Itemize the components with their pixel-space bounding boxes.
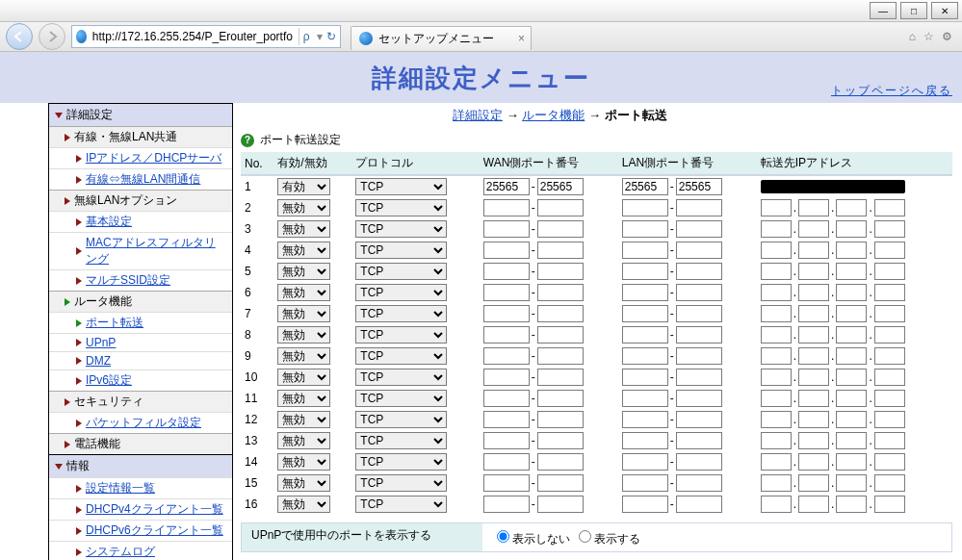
lan-port-to[interactable] [676, 242, 722, 259]
wan-port-from[interactable] [483, 263, 530, 280]
dropdown-icon[interactable]: ▾ [317, 30, 323, 43]
protocol-select[interactable]: TCP [355, 220, 447, 238]
nav-group-phone[interactable]: 電話機能 [49, 433, 232, 454]
search-icon[interactable]: ρ [299, 28, 313, 45]
ip-octet[interactable] [874, 390, 905, 407]
wan-port-from[interactable] [483, 326, 530, 344]
nav-group-wlan[interactable]: 無線LANオプション [49, 190, 232, 211]
ip-octet[interactable] [761, 199, 792, 216]
ip-octet[interactable] [874, 326, 905, 344]
wan-port-to[interactable] [537, 496, 584, 513]
ip-octet[interactable] [761, 369, 792, 386]
ip-octet[interactable] [761, 326, 792, 344]
ip-octet[interactable] [798, 263, 829, 280]
url-box[interactable]: ρ ▾ ↻ [71, 25, 341, 48]
lan-port-to[interactable] [676, 432, 722, 449]
ip-octet[interactable] [836, 390, 867, 407]
nav-item-settings-list[interactable]: 設定情報一覧 [49, 477, 232, 498]
enable-select[interactable]: 無効 [277, 453, 330, 471]
enable-select[interactable]: 無効 [277, 305, 330, 322]
ip-octet[interactable] [836, 347, 867, 365]
wan-port-to[interactable] [537, 178, 584, 195]
ip-octet[interactable] [761, 263, 792, 280]
nav-item-mac-filter[interactable]: MACアドレスフィルタリング [49, 232, 232, 269]
lan-port-from[interactable] [622, 496, 668, 513]
lan-port-from[interactable] [622, 305, 668, 322]
nav-item-ip-dhcp[interactable]: IPアドレス／DHCPサーバ [49, 147, 232, 168]
nav-item-ipv6[interactable]: IPv6設定 [49, 369, 232, 391]
wan-port-to[interactable] [537, 369, 584, 386]
ip-octet[interactable] [836, 284, 867, 301]
protocol-select[interactable]: TCP [355, 432, 447, 449]
ip-octet[interactable] [761, 284, 792, 301]
top-page-link[interactable]: トップページへ戻る [831, 83, 952, 99]
ip-octet[interactable] [761, 411, 792, 428]
wan-port-to[interactable] [537, 284, 584, 301]
ip-octet[interactable] [836, 242, 867, 259]
ip-octet[interactable] [836, 220, 867, 238]
ip-octet[interactable] [798, 474, 829, 492]
nav-group-router[interactable]: ルータ機能 [49, 291, 232, 312]
ip-octet[interactable] [836, 369, 867, 386]
ip-octet[interactable] [874, 199, 905, 216]
protocol-select[interactable]: TCP [355, 305, 447, 322]
nav-root[interactable]: 詳細設定 [49, 104, 232, 126]
window-minimize-button[interactable]: — [870, 2, 897, 19]
wan-port-to[interactable] [537, 432, 584, 449]
ip-octet[interactable] [836, 305, 867, 322]
ip-octet[interactable] [798, 242, 829, 259]
nav-item-upnp[interactable]: UPnP [49, 333, 232, 351]
nav-item-packet-filter[interactable]: パケットフィルタ設定 [49, 412, 232, 433]
lan-port-to[interactable] [676, 496, 722, 513]
wan-port-from[interactable] [483, 411, 530, 428]
ip-octet[interactable] [761, 347, 792, 365]
enable-select[interactable]: 無効 [277, 326, 330, 344]
nav-item-basic[interactable]: 基本設定 [49, 211, 232, 232]
ip-octet[interactable] [874, 305, 905, 322]
wan-port-from[interactable] [483, 242, 530, 259]
protocol-select[interactable]: TCP [355, 474, 447, 492]
lan-port-to[interactable] [676, 305, 722, 322]
enable-select[interactable]: 無効 [277, 432, 330, 449]
upnp-show-option[interactable]: 表示する [574, 527, 640, 547]
back-button[interactable] [6, 23, 33, 50]
lan-port-to[interactable] [676, 326, 722, 344]
wan-port-to[interactable] [537, 347, 584, 365]
lan-port-from[interactable] [622, 347, 668, 365]
wan-port-from[interactable] [483, 369, 530, 386]
wan-port-to[interactable] [537, 474, 584, 492]
lan-port-from[interactable] [622, 369, 668, 386]
wan-port-to[interactable] [537, 326, 584, 344]
lan-port-from[interactable] [622, 453, 668, 471]
ip-octet[interactable] [874, 263, 905, 280]
lan-port-from[interactable] [622, 178, 668, 195]
ip-octet[interactable] [874, 284, 905, 301]
ip-octet[interactable] [761, 496, 792, 513]
lan-port-to[interactable] [676, 263, 722, 280]
enable-select[interactable]: 無効 [277, 411, 330, 428]
ip-octet[interactable] [761, 390, 792, 407]
lan-port-to[interactable] [676, 220, 722, 238]
ip-octet[interactable] [798, 326, 829, 344]
lan-port-from[interactable] [622, 390, 668, 407]
lan-port-from[interactable] [622, 326, 668, 344]
ip-octet[interactable] [836, 411, 867, 428]
lan-port-from[interactable] [622, 284, 668, 301]
lan-port-to[interactable] [676, 453, 722, 471]
browser-tab[interactable]: セットアップメニュー × [351, 26, 532, 50]
wan-port-from[interactable] [483, 347, 530, 365]
breadcrumb-a[interactable]: 詳細設定 [453, 108, 503, 122]
ip-octet[interactable] [798, 220, 829, 238]
wan-port-to[interactable] [537, 453, 584, 471]
lan-port-to[interactable] [676, 347, 722, 365]
nav-group-security[interactable]: セキュリティ [49, 391, 232, 412]
breadcrumb-b[interactable]: ルータ機能 [522, 108, 585, 122]
wan-port-from[interactable] [483, 220, 530, 238]
ip-octet[interactable] [836, 326, 867, 344]
ip-octet[interactable] [798, 411, 829, 428]
lan-port-from[interactable] [622, 220, 668, 238]
wan-port-from[interactable] [483, 474, 530, 492]
lan-port-to[interactable] [676, 199, 722, 216]
ip-octet[interactable] [836, 453, 867, 471]
ip-octet[interactable] [798, 432, 829, 449]
